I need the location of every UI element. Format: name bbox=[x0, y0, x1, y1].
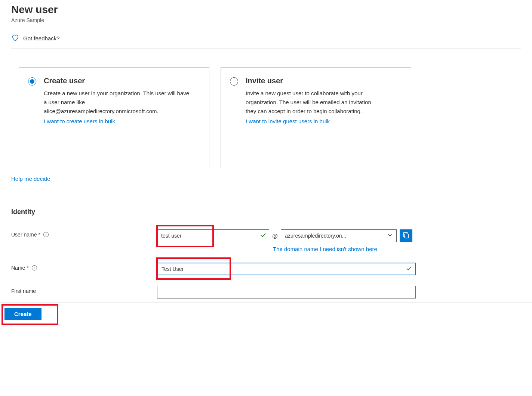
info-icon[interactable]: i bbox=[43, 232, 49, 237]
feedback-text: Got feedback? bbox=[23, 35, 60, 41]
copy-button[interactable] bbox=[400, 229, 412, 242]
firstname-label: First name bbox=[11, 286, 157, 294]
invite-user-title: Invite user bbox=[246, 77, 400, 85]
create-user-description: Create a new user in your organization. … bbox=[44, 89, 190, 116]
name-input[interactable] bbox=[157, 263, 416, 275]
create-user-option[interactable]: Create user Create a new user in your or… bbox=[19, 67, 209, 168]
feedback-bar[interactable]: Got feedback? bbox=[11, 31, 521, 49]
help-me-decide-link[interactable]: Help me decide bbox=[11, 176, 50, 182]
chevron-down-icon bbox=[387, 233, 393, 239]
copy-icon bbox=[403, 232, 409, 240]
radio-create[interactable] bbox=[28, 77, 36, 86]
invite-user-description: Invite a new guest user to collaborate w… bbox=[246, 89, 373, 116]
username-label: User name * i bbox=[11, 229, 157, 238]
page-title: New user bbox=[11, 4, 521, 16]
info-icon[interactable]: i bbox=[32, 265, 37, 270]
create-button[interactable]: Create bbox=[4, 308, 41, 320]
heart-icon bbox=[11, 34, 19, 43]
name-label: Name * i bbox=[11, 263, 157, 271]
invite-user-option[interactable]: Invite user Invite a new guest user to c… bbox=[221, 67, 411, 168]
page-subtitle: Azure Sample bbox=[11, 17, 521, 23]
domain-help-link[interactable]: The domain name I need isn't shown here bbox=[273, 246, 521, 252]
at-sign: @ bbox=[272, 233, 278, 239]
svg-rect-0 bbox=[405, 234, 409, 238]
identity-section-title: Identity bbox=[11, 208, 521, 216]
create-user-title: Create user bbox=[44, 77, 199, 85]
invite-bulk-link[interactable]: I want to invite guest users in bulk bbox=[246, 118, 330, 124]
radio-invite[interactable] bbox=[230, 77, 238, 86]
domain-select[interactable]: azuresampledirectory.on... bbox=[281, 229, 397, 242]
username-input[interactable] bbox=[157, 229, 269, 242]
firstname-input[interactable] bbox=[157, 286, 416, 298]
create-bulk-link[interactable]: I want to create users in bulk bbox=[44, 118, 115, 124]
